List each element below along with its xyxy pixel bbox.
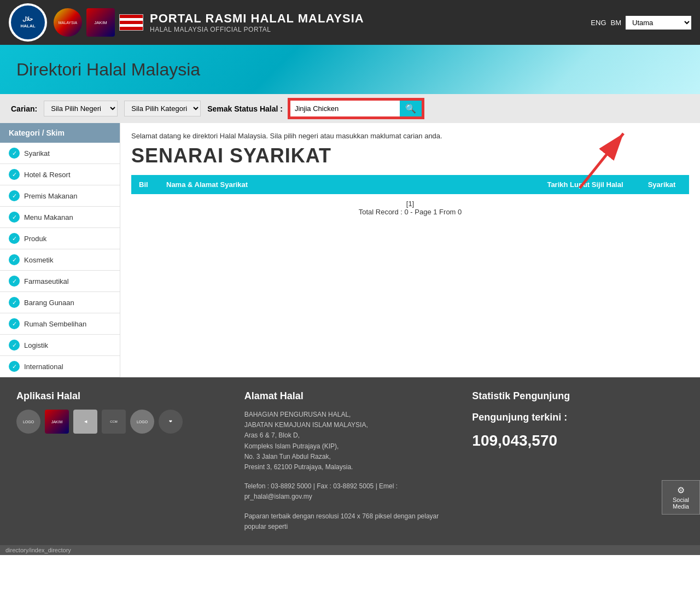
carian-label: Carian: bbox=[11, 104, 37, 113]
sidebar-item-farmaseutikal[interactable]: ✓ Farmaseutikal bbox=[0, 271, 120, 292]
sidebar-item-label: Kosmetik bbox=[24, 256, 53, 264]
kategori-select[interactable]: Sila Pilih Kategori Syarikat Hotel & Res… bbox=[124, 101, 201, 116]
senarai-title: SENARAI SYARIKAT bbox=[131, 144, 689, 167]
footer-aplikasi: Aplikasi Halal LOGO JAKIM ◀ CCM LOGO ❤ bbox=[16, 390, 228, 532]
statistik-title: Statistik Pengunjung bbox=[472, 390, 684, 402]
sidebar-item-barang[interactable]: ✓ Barang Gunaan bbox=[0, 292, 120, 313]
check-icon: ✓ bbox=[9, 318, 20, 329]
gear-icon: ⚙ bbox=[668, 485, 694, 495]
sidebar-item-syarikat[interactable]: ✓ Syarikat bbox=[0, 143, 120, 164]
footer-logos: LOGO JAKIM ◀ CCM LOGO ❤ bbox=[16, 410, 228, 434]
alamat-title: Alamat Halal bbox=[244, 390, 456, 402]
footer: Aplikasi Halal LOGO JAKIM ◀ CCM LOGO ❤ A… bbox=[0, 377, 700, 545]
resolusi-text: Paparan terbaik dengan resolusi 1024 x 7… bbox=[244, 511, 456, 532]
sidebar-item-menu[interactable]: ✓ Menu Makanan bbox=[0, 207, 120, 228]
th-bil: Bil bbox=[131, 175, 159, 194]
nav-dropdown[interactable]: Utama Direktori Daftar Semak Tentang Kam… bbox=[626, 16, 691, 30]
content-area: Selamat datang ke direktori Halal Malays… bbox=[120, 123, 700, 377]
lang-nav-area: ENG BM Utama Direktori Daftar Semak Tent… bbox=[591, 16, 691, 30]
sidebar-item-kosmetik[interactable]: ✓ Kosmetik bbox=[0, 249, 120, 271]
sidebar-item-label: Hotel & Resort bbox=[24, 171, 71, 179]
check-icon: ✓ bbox=[9, 212, 20, 223]
pagination-pages[interactable]: [1] bbox=[137, 200, 684, 208]
check-icon: ✓ bbox=[9, 254, 20, 265]
check-icon: ✓ bbox=[9, 233, 20, 244]
footer-logo-4: CCM bbox=[102, 410, 126, 434]
pagination-total: Total Record : 0 - Page 1 From 0 bbox=[137, 208, 684, 216]
footer-logo-1: LOGO bbox=[16, 410, 40, 434]
check-icon: ✓ bbox=[9, 276, 20, 287]
banner: Direktori Halal Malaysia bbox=[0, 45, 700, 94]
check-icon: ✓ bbox=[9, 169, 20, 180]
portal-subtitle: HALAL MALAYSIA OFFICIAL PORTAL bbox=[150, 26, 584, 33]
sidebar-item-label: Premis Makanan bbox=[24, 192, 78, 200]
search-button[interactable]: 🔍 bbox=[400, 101, 422, 116]
check-icon: ✓ bbox=[9, 148, 20, 159]
top-header: حلالHALAL MALAYSIA JAKIM PORTAL RASMI HA… bbox=[0, 0, 700, 45]
pagination-area: [1] Total Record : 0 - Page 1 From 0 bbox=[131, 194, 689, 221]
lang-bm[interactable]: BM bbox=[611, 19, 622, 27]
check-icon: ✓ bbox=[9, 190, 20, 201]
search-input-wrapper: 🔍 bbox=[289, 100, 423, 118]
th-tarikh: Tarikh Luput Sijil Halal bbox=[536, 175, 634, 194]
sidebar-item-hotel[interactable]: ✓ Hotel & Resort bbox=[0, 164, 120, 185]
th-nama: Nama & Alamat Syarikat bbox=[159, 175, 536, 194]
sidebar-item-label: Syarikat bbox=[24, 149, 50, 157]
portal-title-block: PORTAL RASMI HALAL MALAYSIA HALAL MALAYS… bbox=[150, 11, 584, 33]
sidebar-item-label: Barang Gunaan bbox=[24, 299, 74, 307]
halal-logo: حلالHALAL bbox=[9, 3, 47, 42]
footer-logo-2: JAKIM bbox=[45, 410, 69, 434]
sidebar-item-label: Logistik bbox=[24, 341, 48, 349]
sidebar-item-rumah[interactable]: ✓ Rumah Sembelihan bbox=[0, 313, 120, 335]
content-intro: Selamat datang ke direktori Halal Malays… bbox=[131, 132, 689, 140]
sidebar-item-premis[interactable]: ✓ Premis Makanan bbox=[0, 185, 120, 207]
lang-eng[interactable]: ENG bbox=[591, 19, 606, 27]
footer-statistik: Statistik Pengunjung Pengunjung terkini … bbox=[472, 390, 684, 532]
social-media-label: Social Media bbox=[673, 497, 689, 510]
malaysia-logo: MALAYSIA bbox=[54, 8, 82, 37]
sidebar-item-international[interactable]: ✓ International bbox=[0, 356, 120, 377]
footer-logo-3: ◀ bbox=[73, 410, 97, 434]
flag-icon bbox=[119, 14, 143, 31]
pengunjung-label: Pengunjung terkini : bbox=[472, 410, 684, 425]
sidebar-item-label: Rumah Sembelihan bbox=[24, 320, 86, 328]
main-content: Kategori / Skim ✓ Syarikat ✓ Hotel & Res… bbox=[0, 123, 700, 377]
sidebar-item-logistik[interactable]: ✓ Logistik bbox=[0, 335, 120, 356]
footer-logo-6: ❤ bbox=[159, 410, 183, 434]
social-media-button[interactable]: ⚙ Social Media bbox=[662, 480, 700, 515]
halal-logo-inner: حلالHALAL bbox=[11, 5, 45, 39]
data-table: Bil Nama & Alamat Syarikat Tarikh Luput … bbox=[131, 175, 689, 194]
negeri-select[interactable]: Sila Pilih Negeri Johor Kedah Kelantan K… bbox=[44, 101, 118, 116]
semak-label: Semak Status Halal : bbox=[207, 104, 283, 113]
status-bar: directory/index_directory bbox=[0, 545, 700, 555]
portal-title: PORTAL RASMI HALAL MALAYSIA bbox=[150, 11, 584, 26]
jakim-logo: JAKIM bbox=[86, 8, 115, 37]
footer-logo-5: LOGO bbox=[130, 410, 154, 434]
sidebar-header: Kategori / Skim bbox=[0, 123, 120, 143]
telefon-text: Telefon : 03-8892 5000 | Fax : 03-8892 5… bbox=[244, 481, 456, 502]
sidebar: Kategori / Skim ✓ Syarikat ✓ Hotel & Res… bbox=[0, 123, 120, 377]
pengunjung-count: 109,043,570 bbox=[472, 429, 684, 453]
footer-alamat: Alamat Halal BAHAGIAN PENGURUSAN HALAL, … bbox=[244, 390, 456, 532]
th-syarikat: Syarikat bbox=[634, 175, 689, 194]
check-icon: ✓ bbox=[9, 297, 20, 308]
banner-title: Direktori Halal Malaysia bbox=[16, 60, 200, 80]
search-bar: Carian: Sila Pilih Negeri Johor Kedah Ke… bbox=[0, 94, 700, 123]
sidebar-item-label: International bbox=[24, 363, 63, 371]
sidebar-item-produk[interactable]: ✓ Produk bbox=[0, 228, 120, 249]
sidebar-item-label: Menu Makanan bbox=[24, 213, 73, 221]
sidebar-item-label: Farmaseutikal bbox=[24, 277, 69, 285]
status-url: directory/index_directory bbox=[5, 547, 71, 553]
gov-logos: MALAYSIA JAKIM bbox=[54, 8, 143, 37]
check-icon: ✓ bbox=[9, 340, 20, 351]
sidebar-item-label: Produk bbox=[24, 235, 46, 243]
alamat-body: BAHAGIAN PENGURUSAN HALAL, JABATAN KEMAJ… bbox=[244, 410, 456, 472]
aplikasi-title: Aplikasi Halal bbox=[16, 390, 228, 402]
search-input[interactable] bbox=[290, 101, 400, 116]
check-icon: ✓ bbox=[9, 361, 20, 372]
arrow-annotation-wrapper: SENARAI SYARIKAT bbox=[131, 144, 689, 167]
